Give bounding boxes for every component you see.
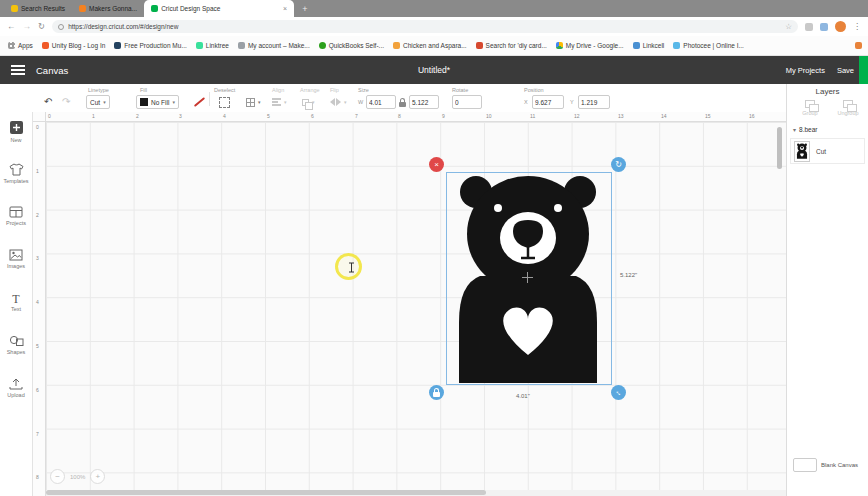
bookmark-item[interactable]: Free Production Mu... <box>114 42 187 49</box>
align-dropdown[interactable]: ▾ <box>272 95 287 109</box>
selection-height-readout: 5.122" <box>620 272 637 278</box>
tab-makers-gonna[interactable]: Makers Gonna... <box>72 0 144 17</box>
new-icon <box>9 120 24 135</box>
blank-canvas-label: Blank Canvas <box>821 462 858 468</box>
url-field[interactable]: https://design.cricut.com/#/design/new ☆ <box>52 20 798 33</box>
extension-icon[interactable] <box>805 23 813 31</box>
lock-handle[interactable] <box>429 385 444 400</box>
edit-dropdown[interactable]: ▾ <box>246 95 261 109</box>
linetype-dropdown[interactable]: Cut ▾ <box>86 95 110 109</box>
svg-text:T: T <box>12 292 20 304</box>
linetype-color-button[interactable] <box>193 95 206 109</box>
save-button[interactable]: Save <box>837 66 854 75</box>
zoom-out-button[interactable]: − <box>50 469 65 484</box>
sidebar-item-new[interactable]: New <box>0 120 32 163</box>
sidebar-item-upload[interactable]: Upload <box>0 378 32 421</box>
position-x-input[interactable] <box>532 95 564 109</box>
tab-search-results[interactable]: Search Results <box>4 0 72 17</box>
bookmark-label: Chicken and Aspara... <box>403 42 467 49</box>
size-lock-button[interactable] <box>399 95 406 109</box>
profile-avatar[interactable] <box>835 21 846 32</box>
ruler-number: 9 <box>442 113 445 119</box>
layer-group-header[interactable]: ▾ 8.bear <box>793 126 817 133</box>
zoom-controls: − 100% + <box>50 469 105 484</box>
machine-select-button[interactable] <box>859 56 868 84</box>
bookmark-label: Unity Blog - Log In <box>52 42 105 49</box>
layer-thumbnail <box>794 141 810 162</box>
bookmark-item[interactable]: Search for 'diy card... <box>476 42 547 49</box>
layer-linetype: Cut <box>816 148 826 155</box>
sidebar-item-images[interactable]: Images <box>0 249 32 292</box>
arrange-dropdown[interactable]: ▾ <box>302 95 315 109</box>
chevron-down-icon: ▾ <box>344 99 347 105</box>
bookmark-item[interactable]: Linkcell <box>633 42 665 49</box>
bookmark-item[interactable]: Chicken and Aspara... <box>393 42 467 49</box>
fill-dropdown[interactable]: No Fill ▾ <box>136 95 179 109</box>
new-tab-button[interactable]: + <box>302 4 307 14</box>
hamburger-menu-icon[interactable] <box>11 65 25 75</box>
layer-row-bear[interactable]: Cut <box>790 138 865 164</box>
position-y-wrap <box>578 95 610 109</box>
delete-handle[interactable]: × <box>429 157 444 172</box>
ruler-number: 15 <box>705 113 711 119</box>
resize-handle[interactable]: ↔ <box>611 385 626 400</box>
ruler-number: 2 <box>36 212 39 218</box>
browser-tab-strip: Search Results Makers Gonna... Cricut De… <box>0 0 868 17</box>
vertical-ruler: 0 1 2 3 4 5 6 7 8 <box>33 122 46 496</box>
bookmark-item[interactable]: Linktree <box>196 42 229 49</box>
extension-icon[interactable] <box>820 23 828 31</box>
ruler-number: 6 <box>311 113 314 119</box>
size-height-field-wrap <box>409 95 439 109</box>
tab-label: Makers Gonna... <box>89 5 137 12</box>
x-label: X <box>524 99 528 105</box>
ruler-number: 7 <box>36 431 39 437</box>
deselect-button[interactable] <box>219 95 230 109</box>
site-info-icon[interactable] <box>58 24 64 30</box>
ungroup-button[interactable]: Ungroup <box>831 100 865 116</box>
sidebar-item-shapes[interactable]: Shapes <box>0 335 32 378</box>
redo-button[interactable]: ↷ <box>62 95 70 109</box>
browser-menu-icon[interactable]: ⋮ <box>853 22 861 31</box>
redo-icon: ↷ <box>62 97 70 107</box>
undo-button[interactable]: ↶ <box>44 95 52 109</box>
position-y-input[interactable] <box>578 95 610 109</box>
design-canvas-grid[interactable] <box>46 122 786 496</box>
ruler-number: 0 <box>48 113 51 119</box>
sidebar-item-templates[interactable]: Templates <box>0 163 32 206</box>
horizontal-scrollbar-thumb[interactable] <box>46 490 486 495</box>
sidebar-item-projects[interactable]: Projects <box>0 206 32 249</box>
vertical-scrollbar-thumb[interactable] <box>777 127 782 169</box>
tab-cricut-design-space[interactable]: Cricut Design Space × <box>144 0 294 17</box>
fill-swatch <box>140 98 148 106</box>
projects-icon <box>9 206 23 218</box>
zoom-in-button[interactable]: + <box>90 469 105 484</box>
rotate-input[interactable] <box>452 95 482 109</box>
flip-dropdown[interactable]: ▾ <box>330 95 347 109</box>
bookmark-item[interactable]: Unity Blog - Log In <box>42 42 105 49</box>
ruler-number: 5 <box>36 343 39 349</box>
apps-grid-icon <box>8 42 15 49</box>
sidebar-item-text[interactable]: T Text <box>0 292 32 335</box>
bookmark-item[interactable]: My Drive - Google... <box>556 42 624 49</box>
size-height-input[interactable] <box>409 95 439 109</box>
tab-close-icon[interactable]: × <box>283 5 287 12</box>
favicon <box>673 42 680 49</box>
refresh-icon[interactable]: ↻ <box>38 22 45 31</box>
bookmark-star-icon[interactable]: ☆ <box>785 22 792 31</box>
chevron-down-icon: ▾ <box>284 99 287 105</box>
my-projects-link[interactable]: My Projects <box>786 66 825 75</box>
group-button[interactable]: Group <box>793 100 827 116</box>
bookmark-item[interactable]: Photocee | Online I... <box>673 42 744 49</box>
bookmark-item[interactable]: My account – Make... <box>238 42 310 49</box>
rotate-handle[interactable]: ↻ <box>611 157 626 172</box>
bookmark-apps[interactable]: Apps <box>8 42 33 49</box>
ruler-number: 12 <box>574 113 580 119</box>
bookmark-item[interactable]: QuickBooks Self-... <box>319 42 384 49</box>
size-width-input[interactable] <box>366 95 396 109</box>
back-icon[interactable]: ← <box>7 22 16 31</box>
forward-icon[interactable]: → <box>23 22 32 31</box>
edit-tools-icon <box>246 98 255 107</box>
canvas-color-swatch[interactable] <box>793 458 817 472</box>
rotate-field-wrap <box>452 95 482 109</box>
overflow-bookmark-favicon[interactable] <box>855 42 862 49</box>
